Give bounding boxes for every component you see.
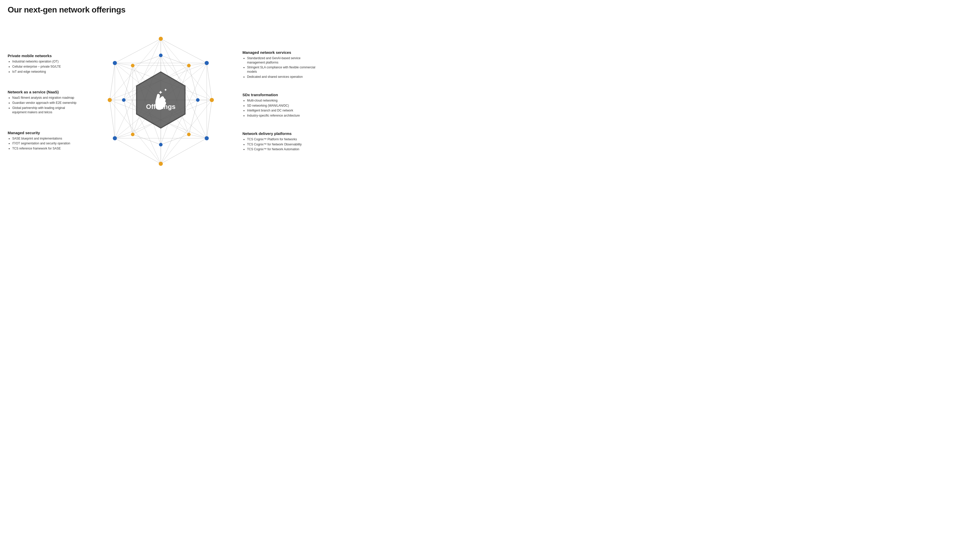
category-managed-security: Managed securitySASE blueprint and imple… — [8, 130, 79, 151]
list-item: TCS Cognix™ Platform for Networks — [247, 137, 319, 141]
list-item: NaaS fitment analysis and migration road… — [12, 96, 79, 100]
svg-line-54 — [124, 100, 133, 135]
category-private-mobile: Private mobile networksIndustrial networ… — [8, 54, 79, 75]
svg-point-114 — [196, 98, 200, 102]
list-item: IoT and edge networking — [12, 70, 79, 74]
category-title-naas: Network as a service (NaaS) — [8, 90, 79, 94]
category-title-managed-network: Managed network services — [242, 50, 319, 55]
category-network-delivery: Network delivery platformsTCS Cognix™ Pl… — [242, 131, 319, 152]
svg-point-104 — [205, 61, 209, 65]
list-item: Multi-cloud networking — [247, 98, 319, 103]
list-item: SD networking (WAN/LAN/DC) — [247, 103, 319, 108]
svg-line-52 — [161, 135, 189, 144]
svg-line-53 — [133, 135, 161, 144]
svg-point-119 — [131, 64, 135, 67]
svg-line-47 — [110, 63, 115, 100]
list-item: Standardized and GenAI-based service man… — [247, 56, 319, 65]
list-item: IT/OT segmentation and security operatio… — [12, 141, 79, 146]
category-managed-network: Managed network servicesStandardized and… — [242, 50, 319, 80]
svg-line-55 — [124, 65, 133, 100]
svg-point-117 — [131, 133, 135, 136]
svg-point-116 — [159, 143, 162, 146]
svg-point-107 — [159, 162, 163, 166]
svg-text:✦: ✦ — [164, 88, 167, 92]
category-naas: Network as a service (NaaS)NaaS fitment … — [8, 90, 79, 115]
list-item: TCS reference framework for SASE — [12, 146, 79, 151]
category-list-naas: NaaS fitment analysis and migration road… — [8, 96, 79, 114]
main-layout: Private mobile networksIndustrial networ… — [8, 20, 319, 183]
list-item: Global partnership with leading original… — [12, 106, 79, 114]
svg-line-82 — [115, 135, 133, 138]
svg-line-80 — [189, 135, 207, 138]
svg-text:Offerings: Offerings — [146, 103, 176, 110]
category-list-managed-network: Standardized and GenAI-based service man… — [242, 56, 319, 79]
list-item: Guardian vendor approach with E2E owners… — [12, 101, 79, 105]
list-item: Intelligent branch and DC network — [247, 108, 319, 113]
svg-line-48 — [115, 39, 161, 63]
category-sdx: SDx transformationMulti-cloud networking… — [242, 93, 319, 119]
list-item: TCS Cognix™ for Network Observability — [247, 142, 319, 147]
category-list-private-mobile: Industrial networks operation (OT)Cellul… — [8, 59, 79, 74]
diagram-svg: ✦ ✦ Offerings — [87, 22, 235, 180]
svg-point-115 — [187, 133, 191, 136]
list-item: Dedicated and shared services operation — [247, 75, 319, 79]
list-item: TCS Cognix™ for Network Automation — [247, 147, 319, 151]
page-title: Our next-gen network offerings — [8, 5, 319, 14]
right-column: Managed network servicesStandardized and… — [242, 50, 319, 152]
svg-point-106 — [205, 136, 209, 140]
svg-line-51 — [189, 100, 198, 135]
svg-point-108 — [113, 136, 117, 140]
svg-point-109 — [108, 98, 112, 102]
svg-point-118 — [122, 98, 126, 102]
svg-point-111 — [159, 37, 163, 41]
category-list-managed-security: SASE blueprint and implementationsIT/OT … — [8, 137, 79, 151]
category-title-network-delivery: Network delivery platforms — [242, 131, 319, 136]
list-item: SASE blueprint and implementations — [12, 137, 79, 141]
svg-point-113 — [187, 64, 191, 67]
category-list-network-delivery: TCS Cognix™ Platform for NetworksTCS Cog… — [242, 137, 319, 151]
svg-line-42 — [207, 63, 212, 100]
svg-point-105 — [210, 98, 214, 102]
svg-point-110 — [113, 61, 117, 65]
svg-line-46 — [110, 100, 115, 138]
category-title-managed-security: Managed security — [8, 130, 79, 135]
center-diagram: ✦ ✦ Offerings — [87, 22, 235, 180]
category-title-private-mobile: Private mobile networks — [8, 54, 79, 58]
list-item: Cellular enterprise – private 5G/LTE — [12, 65, 79, 69]
list-item: Stringent SLA compliance with flexible c… — [247, 65, 319, 74]
svg-line-50 — [189, 65, 198, 100]
svg-line-43 — [207, 100, 212, 138]
svg-line-41 — [161, 39, 207, 63]
left-column: Private mobile networksIndustrial networ… — [8, 51, 79, 151]
category-title-sdx: SDx transformation — [242, 93, 319, 97]
category-list-sdx: Multi-cloud networkingSD networking (WAN… — [242, 98, 319, 118]
list-item: Industry-specific reference architecture — [247, 114, 319, 118]
list-item: Industrial networks operation (OT) — [12, 59, 79, 64]
svg-point-112 — [159, 54, 162, 57]
